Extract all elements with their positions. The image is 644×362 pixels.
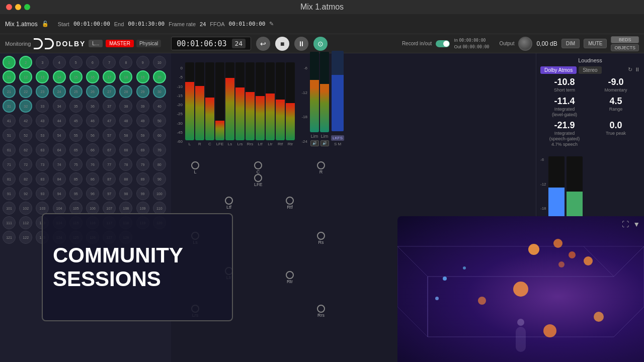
source-btn-l[interactable]: L... [89, 40, 103, 47]
channel-5[interactable]: 5 [69, 56, 83, 69]
minimize-button[interactable] [15, 4, 21, 10]
channel-35[interactable]: 35 [69, 100, 83, 113]
channel-54[interactable]: 54 [53, 129, 66, 142]
channel-86[interactable]: 86 [86, 172, 99, 186]
channel-48[interactable]: 48 [119, 114, 132, 127]
channel-8[interactable]: 8 [119, 56, 132, 69]
channel-112[interactable]: 112 [19, 216, 32, 229]
channel-22[interactable]: 22 [19, 85, 32, 98]
channel-44[interactable]: 44 [53, 114, 66, 127]
channel-74[interactable]: 74 [53, 158, 66, 171]
channel-82[interactable]: 82 [19, 172, 32, 186]
channel-60[interactable]: 60 [153, 129, 166, 142]
beds-button[interactable]: BEDS [611, 36, 639, 43]
channel-15[interactable]: 15 [69, 70, 83, 83]
channel-66[interactable]: 66 [86, 143, 99, 156]
channel-63[interactable]: 63 [36, 143, 49, 156]
channel-40[interactable]: 40 [153, 100, 166, 113]
channel-1[interactable]: 1 [3, 56, 16, 69]
speaker-Ltf[interactable]: Ltf [225, 197, 233, 210]
channel-95[interactable]: 95 [69, 187, 83, 200]
channel-111[interactable]: 111 [3, 216, 16, 229]
channel-45[interactable]: 45 [69, 114, 83, 127]
channel-49[interactable]: 49 [136, 114, 149, 127]
channel-80[interactable]: 80 [153, 158, 166, 171]
channel-102[interactable]: 102 [19, 202, 32, 215]
channel-81[interactable]: 81 [3, 172, 16, 186]
channel-83[interactable]: 83 [36, 172, 49, 186]
channel-76[interactable]: 76 [86, 158, 99, 171]
channel-30[interactable]: 30 [153, 85, 166, 98]
stop-button[interactable]: ■ [275, 37, 289, 51]
channel-50[interactable]: 50 [153, 114, 166, 127]
close-button[interactable] [6, 4, 12, 10]
speaker-L[interactable]: L [191, 161, 199, 174]
channel-75[interactable]: 75 [69, 158, 83, 171]
channel-14[interactable]: 14 [53, 70, 66, 83]
channel-90[interactable]: 90 [153, 172, 166, 186]
channel-97[interactable]: 97 [103, 187, 116, 200]
channel-31[interactable]: 31 [3, 100, 16, 113]
channel-88[interactable]: 88 [119, 172, 132, 186]
channel-100[interactable]: 100 [153, 187, 166, 200]
channel-7[interactable]: 7 [103, 56, 116, 69]
channel-33[interactable]: 33 [36, 100, 49, 113]
speaker-LFE[interactable]: LFE [254, 174, 263, 187]
speaker-Rtf[interactable]: Rtf [286, 197, 294, 210]
record-toggle[interactable] [436, 40, 450, 47]
channel-4[interactable]: 4 [53, 56, 66, 69]
mute-button[interactable]: MUTE [584, 39, 607, 48]
channel-68[interactable]: 68 [119, 143, 132, 156]
channel-59[interactable]: 59 [136, 129, 149, 142]
channel-57[interactable]: 57 [103, 129, 116, 142]
channel-61[interactable]: 61 [3, 143, 16, 156]
channel-18[interactable]: 18 [119, 70, 132, 83]
channel-11[interactable]: 11 [3, 70, 16, 83]
speaker-Rrs[interactable]: Rrs [317, 305, 325, 318]
channel-93[interactable]: 93 [36, 187, 49, 200]
channel-51[interactable]: 51 [3, 129, 16, 142]
channel-87[interactable]: 87 [103, 172, 116, 186]
channel-122[interactable]: 122 [19, 231, 32, 244]
channel-47[interactable]: 47 [103, 114, 116, 127]
channel-101[interactable]: 101 [3, 202, 16, 215]
channel-17[interactable]: 17 [103, 70, 116, 83]
channel-19[interactable]: 19 [136, 70, 149, 83]
record-button[interactable]: ⊙ [313, 37, 328, 51]
channel-55[interactable]: 55 [69, 129, 83, 142]
channel-70[interactable]: 70 [153, 143, 166, 156]
channel-38[interactable]: 38 [119, 100, 132, 113]
channel-58[interactable]: 58 [119, 129, 132, 142]
channel-53[interactable]: 53 [36, 129, 49, 142]
channel-78[interactable]: 78 [119, 158, 132, 171]
channel-16[interactable]: 16 [86, 70, 99, 83]
channel-23[interactable]: 23 [36, 85, 49, 98]
channel-69[interactable]: 69 [136, 143, 149, 156]
tab-dolby-atmos[interactable]: Dolby Atmos [540, 66, 577, 74]
output-knob[interactable] [518, 37, 532, 51]
tab-stereo[interactable]: Stereo [579, 66, 601, 74]
channel-34[interactable]: 34 [53, 100, 66, 113]
source-btn-master[interactable]: MASTER [106, 40, 134, 47]
channel-12[interactable]: 12 [19, 70, 32, 83]
channel-13[interactable]: 13 [36, 70, 49, 83]
channel-27[interactable]: 27 [103, 85, 116, 98]
channel-42[interactable]: 42 [19, 114, 32, 127]
channel-20[interactable]: 20 [153, 70, 166, 83]
refresh-icon[interactable]: ↻ [628, 66, 632, 74]
pause-button[interactable]: ⏸ [294, 37, 308, 51]
channel-39[interactable]: 39 [136, 100, 149, 113]
channel-62[interactable]: 62 [19, 143, 32, 156]
channel-89[interactable]: 89 [136, 172, 149, 186]
channel-24[interactable]: 24 [53, 85, 66, 98]
channel-72[interactable]: 72 [19, 158, 32, 171]
lim-button-1[interactable]: 🔊 [310, 140, 319, 146]
speaker-C[interactable]: C [254, 161, 262, 174]
channel-84[interactable]: 84 [53, 172, 66, 186]
channel-79[interactable]: 79 [136, 158, 149, 171]
channel-9[interactable]: 9 [136, 56, 149, 69]
channel-46[interactable]: 46 [86, 114, 99, 127]
channel-28[interactable]: 28 [119, 85, 132, 98]
speaker-Rs[interactable]: Rs [317, 232, 325, 245]
dim-button[interactable]: DIM [561, 39, 580, 48]
